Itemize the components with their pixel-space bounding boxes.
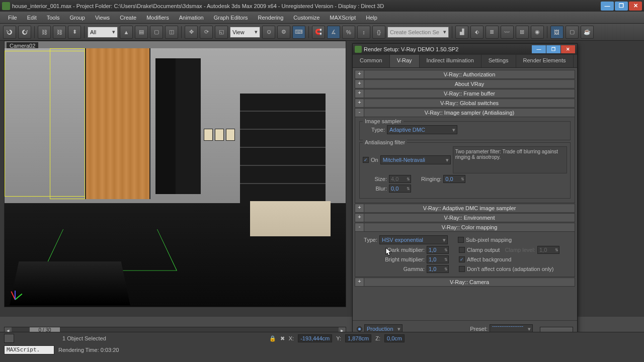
undo-button[interactable]	[3, 26, 16, 39]
move-button[interactable]: ✥	[185, 26, 198, 39]
snap-button[interactable]: 🧲	[312, 26, 325, 39]
rollout-about[interactable]: +About VRay	[355, 79, 575, 88]
menu-tools[interactable]: Tools	[43, 14, 64, 22]
rollout-colormapping[interactable]: -V-Ray:: Color mapping	[355, 223, 575, 232]
dialog-minimize[interactable]: —	[532, 45, 546, 53]
tab-common[interactable]: Common	[353, 55, 390, 67]
layers-button[interactable]: ≣	[486, 26, 499, 39]
clamp-checkbox[interactable]	[459, 247, 465, 253]
select-button[interactable]: ▲	[120, 26, 133, 39]
x-coord[interactable]: -193,444cm	[298, 334, 332, 342]
menu-customize[interactable]: Customize	[289, 14, 324, 22]
z-coord[interactable]: 0,0cm	[384, 334, 405, 342]
scale-button[interactable]: ◱	[215, 26, 228, 39]
tab-vray[interactable]: V-Ray	[390, 55, 420, 67]
lock-icon[interactable]: 🔒	[269, 335, 276, 342]
subpixel-checkbox[interactable]	[458, 237, 464, 243]
app-title: house_interior_001.max - Project Folder:…	[12, 3, 601, 9]
angle-snap-button[interactable]: ∡	[327, 26, 340, 39]
rollout-imagesampler[interactable]: -V-Ray:: Image sampler (Antialiasing)	[355, 108, 575, 117]
expand-icon[interactable]: +	[355, 214, 364, 222]
menu-animation[interactable]: Animation	[175, 14, 208, 22]
keymode-icon[interactable]	[4, 334, 14, 343]
dont-affect-checkbox[interactable]	[459, 266, 465, 272]
expand-icon[interactable]: +	[355, 80, 364, 88]
render-setup-button[interactable]: 🖼	[550, 26, 564, 39]
link-button[interactable]: ⛓	[38, 26, 51, 39]
ringing-spinner[interactable]: 0,0	[443, 175, 465, 183]
sampler-type-dropdown[interactable]: Adaptive DMC	[387, 125, 457, 134]
spinner-snap-button[interactable]: ↕	[357, 26, 370, 39]
window-minimize[interactable]: —	[601, 2, 614, 11]
window-maximize[interactable]: ❐	[615, 2, 628, 11]
menu-create[interactable]: Create	[116, 14, 140, 22]
tab-settings[interactable]: Settings	[481, 55, 516, 67]
rollout-container[interactable]: +V-Ray:: Authorization +About VRay +V-Ra…	[353, 68, 577, 319]
manip-button[interactable]: ⚙	[277, 26, 290, 39]
menu-help[interactable]: Help	[362, 14, 381, 22]
menu-file[interactable]: File	[4, 14, 21, 22]
window-close[interactable]: ✕	[629, 2, 642, 11]
rollout-authorization[interactable]: +V-Ray:: Authorization	[355, 70, 575, 79]
menu-views[interactable]: Views	[91, 14, 114, 22]
rotate-button[interactable]: ⟳	[200, 26, 213, 39]
expand-icon[interactable]: +	[355, 89, 364, 98]
bind-button[interactable]: ⬍	[68, 26, 81, 39]
viewport[interactable]: Camera02	[4, 41, 346, 307]
blur-spinner[interactable]: 0,0	[389, 185, 411, 193]
dark-spinner[interactable]: 1,0	[427, 246, 449, 254]
y-coord[interactable]: 1,878cm	[345, 334, 371, 342]
menu-modifiers[interactable]: Modifiers	[142, 14, 173, 22]
expand-icon[interactable]: +	[355, 278, 364, 286]
dialog-titlebar[interactable]: Render Setup: V-Ray DEMO 1.50.SP2 — ❐ ✕	[353, 44, 577, 55]
gamma-spinner[interactable]: 1,0	[427, 265, 449, 273]
menu-edit[interactable]: Edit	[23, 14, 41, 22]
percent-snap-button[interactable]: %	[342, 26, 355, 39]
align-button[interactable]: ⬖	[470, 26, 484, 39]
pivot-button[interactable]: ⊙	[262, 26, 275, 39]
named-selection-dropdown[interactable]: Create Selection Se	[387, 27, 449, 38]
rollout-framebuffer[interactable]: +V-Ray:: Frame buffer	[355, 89, 575, 98]
material-editor-button[interactable]: ◉	[531, 26, 544, 39]
render-button[interactable]: ☕	[581, 26, 594, 39]
mirror-button[interactable]: ▟	[455, 26, 468, 39]
selection-filter[interactable]: All	[88, 27, 118, 38]
curve-editor-button[interactable]: 〰	[501, 26, 514, 39]
keyboard-shortcut-button[interactable]: ⌨	[292, 26, 305, 39]
render-frame-button[interactable]: ▢	[566, 26, 579, 39]
dialog-maximize[interactable]: ❐	[546, 45, 560, 53]
collapse-icon[interactable]: -	[355, 109, 364, 117]
rollout-globalswitches[interactable]: +V-Ray:: Global switches	[355, 99, 575, 108]
collapse-icon[interactable]: -	[355, 223, 364, 231]
rollout-environment[interactable]: +V-Ray:: Environment	[355, 213, 575, 222]
select-name-button[interactable]: ▤	[135, 26, 148, 39]
rollout-dmc[interactable]: +V-Ray:: Adaptive DMC image sampler	[355, 204, 575, 213]
schematic-button[interactable]: ⊞	[516, 26, 529, 39]
expand-icon[interactable]: +	[355, 70, 364, 78]
expand-icon[interactable]: +	[355, 204, 364, 212]
select-region-button[interactable]: ▢	[150, 26, 163, 39]
unlink-button[interactable]: ⛓	[53, 26, 66, 39]
affect-bg-checkbox[interactable]: ✓	[459, 256, 465, 262]
ref-coord-dropdown[interactable]: View	[230, 27, 260, 38]
expand-icon[interactable]: +	[355, 99, 364, 107]
size-spinner[interactable]: 4,0	[389, 175, 411, 183]
bright-spinner[interactable]: 1,0	[427, 255, 449, 263]
menu-maxscript[interactable]: MAXScript	[326, 14, 360, 22]
redo-button[interactable]	[18, 26, 31, 39]
edit-named-button[interactable]: {}	[372, 26, 385, 39]
window-crossing-button[interactable]: ◫	[165, 26, 178, 39]
maxscript-listener[interactable]: MAXScript.	[4, 345, 54, 354]
aa-on-checkbox[interactable]: ✓	[363, 157, 369, 163]
menu-rendering[interactable]: Rendering	[254, 14, 288, 22]
menu-grapheditors[interactable]: Graph Editors	[210, 14, 252, 22]
cm-type-dropdown[interactable]: HSV exponential	[379, 235, 448, 244]
production-radio[interactable]	[357, 326, 362, 332]
rollout-camera[interactable]: +V-Ray:: Camera	[355, 278, 575, 287]
tab-renderelements[interactable]: Render Elements	[516, 55, 574, 67]
dialog-close[interactable]: ✕	[561, 45, 575, 53]
tab-indirect[interactable]: Indirect illumination	[420, 55, 481, 67]
menu-group[interactable]: Group	[65, 14, 89, 22]
cross-icon[interactable]: ✖	[280, 335, 285, 342]
aa-filter-dropdown[interactable]: Mitchell-Netravali	[380, 155, 451, 164]
